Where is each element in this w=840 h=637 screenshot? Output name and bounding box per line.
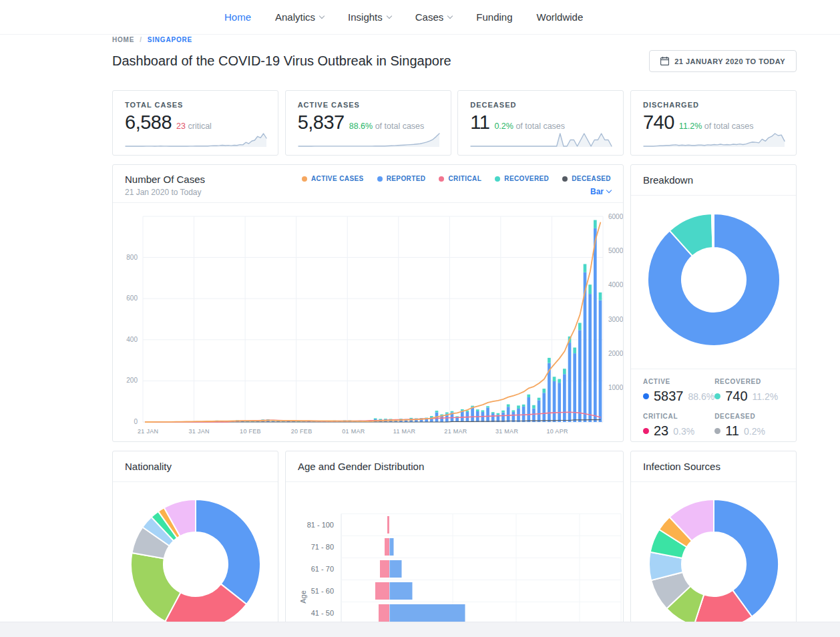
legend-item-reported[interactable]: REPORTED	[377, 175, 426, 182]
chevron-down-icon	[447, 13, 453, 18]
panel-title: Nationality	[125, 461, 266, 472]
svg-text:61 - 70: 61 - 70	[311, 565, 334, 573]
cases-timeseries-chart: 020040060080010002000300040005000600021 …	[113, 203, 623, 441]
nav-item-analytics[interactable]: Analytics	[275, 11, 324, 23]
date-range-label: 21 JANUARY 2020 TO TODAY	[674, 57, 785, 65]
legend-label: RECOVERED	[714, 378, 784, 385]
legend-dot	[562, 176, 568, 182]
breakdown-legend-recovered: RECOVERED 74011.2%	[714, 378, 784, 404]
svg-text:71 - 80: 71 - 80	[311, 543, 334, 551]
breadcrumb-singapore-link[interactable]: SINGAPORE	[148, 36, 192, 43]
stat-label: DECEASED	[470, 101, 611, 109]
legend-value: 11	[725, 423, 739, 439]
legend-label: DECEASED	[714, 413, 784, 420]
svg-text:81 - 100: 81 - 100	[307, 521, 334, 529]
age-gender-pyramid-chart: 81 - 10071 - 8061 - 7051 - 6041 - 5031 -…	[286, 482, 623, 637]
sparkline-deceased	[470, 130, 612, 150]
sparkline-discharged	[643, 130, 785, 150]
panel-title: Number Of Cases	[125, 174, 205, 185]
svg-text:31 MAR: 31 MAR	[495, 428, 519, 435]
chevron-down-icon	[319, 13, 325, 18]
nav-item-cases[interactable]: Cases	[415, 11, 453, 23]
svg-text:800: 800	[126, 254, 138, 261]
svg-text:51 - 60: 51 - 60	[311, 587, 334, 595]
breadcrumb: HOME / SINGAPORE	[112, 36, 797, 43]
number-of-cases-panel: Number Of Cases 21 Jan 2020 to Today ACT…	[112, 164, 624, 442]
nationality-panel: Nationality	[112, 451, 278, 637]
bottom-overlay-band	[0, 622, 840, 637]
svg-text:5000: 5000	[608, 247, 623, 254]
svg-text:21 MAR: 21 MAR	[444, 428, 467, 435]
panel-subtitle: 21 Jan 2020 to Today	[125, 188, 205, 197]
legend-item-critical[interactable]: CRITICAL	[439, 175, 481, 182]
legend-dot	[377, 176, 383, 182]
nav-item-home[interactable]: Home	[224, 11, 251, 23]
breadcrumb-separator: /	[140, 36, 142, 43]
breakdown-legend-deceased: DECEASED 110.2%	[714, 413, 784, 439]
svg-text:10 FEB: 10 FEB	[240, 428, 261, 435]
breakdown-legend-active: ACTIVE 583788.6%	[643, 378, 714, 404]
nav-label: Funding	[476, 11, 512, 23]
nav-item-funding[interactable]: Funding	[476, 11, 512, 23]
svg-text:1000: 1000	[608, 384, 623, 391]
chevron-down-icon	[606, 188, 612, 193]
breakdown-legend: ACTIVE 583788.6% RECOVERED 74011.2% CRIT…	[631, 369, 796, 439]
page-title: Dashboard of the COVID-19 Virus Outbreak…	[112, 53, 451, 69]
legend-percent: 0.2%	[744, 426, 765, 437]
svg-text:4000: 4000	[608, 281, 623, 288]
legend-item-recovered[interactable]: RECOVERED	[495, 175, 549, 182]
svg-text:200: 200	[126, 377, 138, 384]
stat-card-active-cases: ACTIVE CASES 5,837 88.6% of total cases	[285, 90, 451, 156]
legend-dot	[643, 393, 649, 399]
svg-text:31 JAN: 31 JAN	[189, 428, 210, 435]
nav-item-worldwide[interactable]: Worldwide	[537, 11, 584, 23]
breakdown-donut-chart	[631, 196, 796, 366]
stat-label: DISCHARGED	[643, 101, 784, 109]
panel-title: Breakdown	[643, 174, 784, 186]
svg-text:3000: 3000	[608, 316, 623, 323]
nav-item-insights[interactable]: Insights	[348, 11, 391, 23]
calendar-icon	[660, 57, 669, 65]
legend-dot	[714, 428, 720, 434]
legend-value: 23	[654, 423, 668, 439]
nav-label: Home	[224, 11, 251, 23]
legend-dot	[302, 176, 307, 182]
date-range-button[interactable]: 21 JANUARY 2020 TO TODAY	[649, 50, 797, 72]
legend-dot	[643, 428, 649, 434]
breadcrumb-home-link[interactable]: HOME	[112, 36, 134, 43]
svg-text:01 MAR: 01 MAR	[342, 428, 365, 435]
svg-text:600: 600	[126, 294, 138, 302]
svg-text:20 FEB: 20 FEB	[291, 428, 312, 435]
legend-percent: 0.3%	[673, 426, 694, 437]
nav-label: Analytics	[275, 11, 315, 23]
page-content: HOME / SINGAPORE Dashboard of the COVID-…	[112, 35, 797, 637]
legend-dot	[495, 176, 500, 182]
infection-sources-donut-chart	[631, 482, 796, 637]
legend-item-active-cases[interactable]: ACTIVE CASES	[302, 175, 364, 182]
legend-item-deceased[interactable]: DECEASED	[562, 175, 611, 182]
legend-percent: 88.6%	[688, 391, 715, 402]
legend-value: 5837	[654, 389, 684, 404]
svg-text:2000: 2000	[608, 350, 623, 357]
nav-label: Cases	[415, 11, 444, 23]
legend-value: 740	[725, 389, 747, 404]
panel-title: Age and Gender Distribution	[298, 461, 611, 472]
nav-label: Worldwide	[537, 11, 584, 23]
chart-legend: ACTIVE CASES REPORTED CRITICAL RECOVERED…	[302, 175, 611, 182]
svg-text:11 MAR: 11 MAR	[393, 428, 416, 435]
legend-label: REPORTED	[387, 175, 426, 182]
chevron-down-icon	[387, 13, 392, 18]
svg-text:10 APR: 10 APR	[546, 428, 568, 435]
legend-dot	[439, 176, 444, 182]
legend-label: CRITICAL	[448, 175, 481, 182]
stat-card-discharged: DISCHARGED 740 11.2% of total cases	[630, 90, 797, 156]
sparkline-active-cases	[298, 130, 440, 150]
svg-text:41 - 50: 41 - 50	[311, 609, 334, 617]
panel-title: Infection Sources	[643, 461, 784, 472]
legend-percent: 11.2%	[753, 391, 779, 402]
chart-type-dropdown[interactable]: Bar	[590, 187, 611, 196]
legend-label: RECOVERED	[504, 175, 549, 182]
svg-text:6000: 6000	[608, 213, 623, 220]
svg-text:21 JAN: 21 JAN	[138, 428, 158, 435]
breakdown-legend-critical: CRITICAL 230.3%	[643, 413, 714, 439]
